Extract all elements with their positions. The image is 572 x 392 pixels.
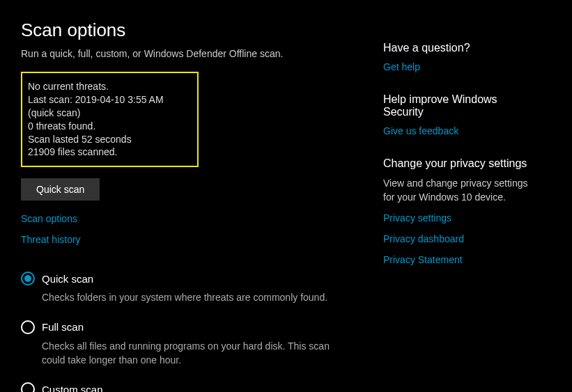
scan-options-link[interactable]: Scan options bbox=[21, 213, 383, 224]
privacy-dashboard-link[interactable]: Privacy dashboard bbox=[383, 233, 536, 244]
sidebar-privacy: Change your privacy settings View and ch… bbox=[383, 157, 536, 265]
radio-icon bbox=[21, 320, 35, 334]
status-threats-found: 0 threats found. bbox=[28, 120, 190, 133]
scan-type-options: Quick scan Checks folders in your system… bbox=[21, 272, 383, 392]
page-title: Scan options bbox=[21, 19, 383, 41]
radio-icon bbox=[21, 382, 35, 392]
threat-history-link[interactable]: Threat history bbox=[21, 234, 383, 245]
status-no-threats: No current threats. bbox=[28, 80, 190, 93]
privacy-statement-link[interactable]: Privacy Statement bbox=[383, 254, 536, 265]
status-files-scanned: 21909 files scanned. bbox=[28, 146, 190, 159]
sidebar-heading: Have a question? bbox=[383, 42, 536, 54]
radio-label: Full scan bbox=[42, 321, 84, 333]
privacy-settings-link[interactable]: Privacy settings bbox=[383, 212, 536, 224]
radio-desc: Checks folders in your system where thre… bbox=[42, 291, 341, 305]
sidebar-improve: Help improve Windows Security Give us fe… bbox=[383, 93, 536, 136]
radio-quick-scan: Quick scan Checks folders in your system… bbox=[21, 272, 383, 305]
sidebar-heading: Help improve Windows Security bbox=[383, 93, 536, 118]
radio-desc: Checks all files and running programs on… bbox=[42, 340, 341, 367]
radio-custom-scan-row[interactable]: Custom scan bbox=[21, 382, 383, 392]
radio-full-scan-row[interactable]: Full scan bbox=[21, 320, 383, 334]
quick-scan-button[interactable]: Quick scan bbox=[21, 178, 100, 201]
radio-label: Custom scan bbox=[42, 384, 103, 392]
page-subtitle: Run a quick, full, custom, or Windows De… bbox=[21, 48, 383, 59]
sidebar-question: Have a question? Get help bbox=[383, 42, 536, 72]
radio-quick-scan-row[interactable]: Quick scan bbox=[21, 272, 383, 285]
status-duration: Scan lasted 52 seconds bbox=[28, 133, 190, 146]
sidebar: Have a question? Get help Help improve W… bbox=[383, 0, 550, 392]
sidebar-text: View and change privacy settings for you… bbox=[383, 177, 536, 204]
radio-custom-scan: Custom scan Choose which files and locat… bbox=[21, 382, 383, 392]
radio-icon bbox=[21, 272, 35, 285]
radio-full-scan: Full scan Checks all files and running p… bbox=[21, 320, 383, 367]
status-last-scan: Last scan: 2019-04-10 3:55 AM (quick sca… bbox=[28, 93, 190, 120]
feedback-link[interactable]: Give us feedback bbox=[383, 125, 536, 136]
get-help-link[interactable]: Get help bbox=[383, 61, 536, 72]
scan-status-box: No current threats. Last scan: 2019-04-1… bbox=[21, 72, 199, 167]
main-content: Scan options Run a quick, full, custom, … bbox=[0, 0, 383, 392]
radio-label: Quick scan bbox=[42, 273, 93, 285]
sidebar-heading: Change your privacy settings bbox=[383, 157, 536, 170]
